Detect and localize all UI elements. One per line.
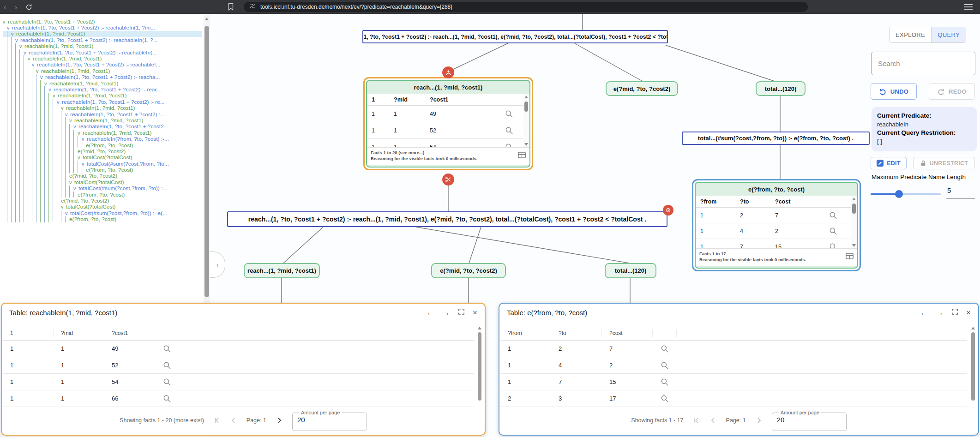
tree-item-atom[interactable]: e(?from, ?to, ?cost) (3, 216, 202, 222)
collapse-toggle-icon[interactable]: v (15, 37, 20, 43)
tree-item-atom[interactable]: vtotalCost(?totalCost) (3, 179, 202, 185)
collapse-toggle-icon[interactable]: v (7, 25, 12, 30)
tree-item-atom[interactable]: vreachableIn(1, ?mid, ?cost1) (3, 68, 202, 74)
tree-item-rule[interactable]: vreachableIn(?from, ?to, ?cost) :-... (3, 136, 202, 142)
max-name-length-slider[interactable] (871, 190, 941, 198)
tree-item-rule[interactable]: vreachableIn(1, ?to, ?cost1 + ?cost2) :-… (3, 74, 202, 80)
collapse-toggle-icon[interactable]: v (78, 130, 83, 136)
tree-item-rule[interactable]: vreachableIn(1, ?to, ?cost1 + ?cost2) :-… (3, 37, 202, 43)
inspect-fact-icon[interactable] (155, 361, 179, 370)
rule-node-top[interactable]: reach...(1, ?to, ?cost1 + ?cost2) :- rea… (362, 30, 668, 43)
node-scrollbar[interactable] (851, 196, 857, 248)
first-page-icon[interactable] (213, 417, 221, 424)
tree-item-rule[interactable]: vreachableIn(1, ?to, ?cost1 + ?cost2) :-… (3, 62, 202, 68)
tree-item-atom[interactable]: vreachableIn(1, ?mid, ?cost1) (3, 93, 202, 99)
inspect-fact-icon[interactable] (653, 344, 677, 353)
tree-item-atom[interactable]: vreachableIn(1, ?mid, ?cost1) (3, 105, 202, 111)
atom-node-total-120-2[interactable]: total...(120) (605, 263, 656, 278)
facts-summary[interactable]: Facts 1 to 20 (see more...) (371, 150, 526, 156)
tree-item-atom[interactable]: vreachableIn(1, ?mid, ?cost1) (3, 55, 202, 61)
collapse-toggle-icon[interactable]: v (19, 43, 24, 49)
collapse-toggle-icon[interactable]: v (69, 180, 74, 185)
collapse-toggle-icon[interactable]: v (78, 155, 83, 160)
collapse-toggle-icon[interactable]: v (40, 74, 45, 80)
address-bar[interactable]: tools.iccl.inf.tu-dresden.de/nemo/next/e… (244, 2, 808, 12)
collapse-toggle-icon[interactable]: v (82, 161, 87, 167)
atom-node-reach-mid[interactable]: reach...(1, ?mid, ?cost1) (244, 263, 320, 278)
tree-item-atom[interactable]: vreachableIn(1, ?mid, ?cost1) (3, 80, 202, 86)
atom-node-e-mid-2[interactable]: e(?mid, ?to, ?cost2) (431, 263, 506, 278)
tree-item-atom[interactable]: vreachableIn(1, ?to, ?cost1 + ?cost2) (3, 18, 202, 24)
tree-item-atom[interactable]: e(?mid, ?to, ?cost2) (3, 173, 202, 179)
collapse-toggle-icon[interactable]: v (48, 87, 54, 92)
collapse-toggle-icon[interactable]: v (82, 136, 87, 142)
collapse-toggle-icon[interactable]: v (65, 210, 70, 216)
tree-item-rule[interactable]: vreachableIn(1, ?to, ?cost1 + ?cost2) :-… (3, 24, 202, 30)
close-icon[interactable]: × (473, 309, 477, 317)
prev-table-icon[interactable]: ← (920, 309, 928, 317)
collapse-toggle-icon[interactable]: v (3, 19, 8, 24)
tree-item-rule[interactable]: vreachableIn(1, ?to, ?cost1 + ?cost2) :-… (3, 86, 202, 92)
scroll-up-icon[interactable] (205, 18, 209, 20)
collapse-toggle-icon[interactable]: v (73, 186, 78, 191)
inspect-fact-icon[interactable] (653, 394, 677, 403)
fullscreen-icon[interactable] (951, 308, 958, 317)
tab-explore[interactable]: EXPLORE (890, 27, 931, 42)
tree-item-rule[interactable]: vreachableIn(1, ?to, ?cost1 + ?cost2... (3, 124, 202, 130)
slider-value[interactable]: 5 (947, 186, 951, 194)
collapse-toggle-icon[interactable]: v (32, 62, 37, 67)
collapse-toggle-icon[interactable]: v (61, 105, 66, 111)
browser-forward-icon[interactable]: › (15, 3, 18, 11)
tree-item-rule[interactable]: vtotalCost(#sum(?cost,?from, ?to)) :... (3, 186, 202, 192)
slider-thumb[interactable] (895, 190, 903, 198)
atom-node-e-mid[interactable]: e(?mid, ?to, ?cost2) (606, 81, 678, 96)
collapse-toggle-icon[interactable]: v (11, 31, 16, 36)
collapse-toggle-icon[interactable]: v (69, 118, 74, 123)
inspect-fact-icon[interactable] (155, 394, 179, 403)
browser-back-icon[interactable]: ‹ (4, 3, 6, 11)
collapse-toggle-icon[interactable]: v (53, 93, 58, 98)
next-table-icon[interactable]: → (936, 309, 944, 317)
search-input[interactable] (872, 52, 975, 75)
panel-scrollbar[interactable] (477, 326, 482, 408)
tune-icon[interactable] (249, 3, 256, 11)
open-table-icon[interactable] (518, 152, 526, 160)
collapse-toggle-icon[interactable]: v (28, 56, 33, 61)
inspect-fact-icon[interactable] (653, 361, 677, 370)
panel-scrollbar[interactable] (970, 326, 976, 408)
tree-item-atom[interactable]: vreachableIn(1, ?mid, ?cost1) (3, 31, 202, 37)
tree-scrollbar-thumb[interactable] (204, 26, 209, 297)
restrict-target-badge[interactable] (663, 205, 673, 216)
table-node-e-query[interactable]: e(?from, ?to, ?cost) ?from ?to ?cost 127… (692, 179, 861, 271)
inspect-fact-icon[interactable] (155, 344, 179, 353)
rule-node-sum[interactable]: total...(#sum(?cost,?from, ?to)) :- e(?f… (682, 132, 870, 145)
node-scrollbar[interactable] (523, 94, 529, 147)
menu-icon[interactable] (964, 4, 973, 10)
tree-item-atom[interactable]: vreachableIn(1, ?mid, ?cost1) (3, 117, 202, 123)
tree-item-atom[interactable]: e(?from, ?to, ?cost) (3, 167, 202, 173)
rule-node-mid[interactable]: reach...(1, ?to, ?cost1 + ?cost2) :- rea… (227, 211, 667, 227)
next-page-icon[interactable] (755, 417, 763, 424)
tree-item-atom[interactable]: e(?from, ?to, ?cost) (3, 192, 202, 198)
browser-reload-icon[interactable] (25, 4, 32, 11)
tree-item-atom[interactable]: vreachableIn(1, ?mid, ?cost1) (3, 130, 202, 136)
collapse-toggle-icon[interactable]: v (61, 204, 66, 210)
bookmark-icon[interactable] (228, 3, 234, 12)
unrestrict-button[interactable]: UNRESTRICT (913, 157, 975, 169)
tree-item-rule[interactable]: vtotalCost(#sum(?cost,?from, ?to)) :- e(… (3, 210, 202, 216)
collapse-toggle-icon[interactable]: v (24, 50, 29, 55)
prev-page-icon[interactable] (709, 417, 717, 424)
tree-item-atom[interactable]: vtotalCost(?totalCost) (3, 204, 202, 210)
prev-page-icon[interactable] (230, 417, 237, 424)
prev-table-icon[interactable]: ← (427, 309, 434, 317)
tree-item-atom[interactable]: e(?from, ?to, ?cost) (3, 142, 202, 148)
amount-per-page-value[interactable]: 20 (777, 416, 842, 424)
tree-scrollbar[interactable] (204, 15, 210, 303)
tree-item-atom[interactable]: e(?mid, ?to, ?cost2) (3, 148, 202, 154)
table-node-reachable-selected[interactable]: reach...(1, ?mid, ?cost1) 1 ?mid ?cost1 … (363, 77, 533, 170)
undo-button[interactable]: UNDO (871, 83, 917, 100)
next-page-icon[interactable] (276, 417, 283, 424)
tree-item-atom[interactable]: vtotalCost(?totalCost) (3, 155, 202, 161)
next-table-icon[interactable]: → (442, 309, 450, 317)
tab-query[interactable]: QUERY (931, 27, 966, 42)
